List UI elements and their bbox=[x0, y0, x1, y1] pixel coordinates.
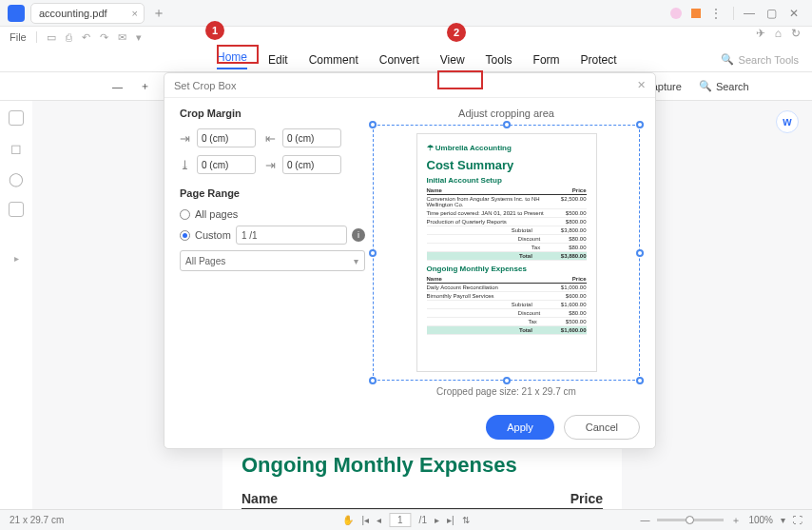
margin-top-icon: ⇥ bbox=[180, 131, 193, 146]
dropdown-icon[interactable]: ▾ bbox=[136, 31, 142, 44]
adjust-area-label: Adjust cropping area bbox=[373, 108, 640, 119]
left-sidebar: ◻ ◯ ▸ bbox=[0, 101, 32, 217]
maximize-button[interactable]: ▢ bbox=[766, 7, 780, 20]
zoom-in-button[interactable]: ＋ bbox=[136, 77, 154, 95]
search-button[interactable]: 🔍 Search bbox=[695, 78, 753, 94]
tab-filename: accounting.pdf bbox=[39, 8, 107, 19]
zoom-slider[interactable] bbox=[657, 519, 724, 521]
zoom-dropdown-icon[interactable]: ▾ bbox=[781, 515, 785, 525]
callout-1: 1 bbox=[205, 21, 224, 40]
menu-edit[interactable]: Edit bbox=[268, 53, 288, 67]
preview-page: ☂ Umbrella Accounting Cost Summary Initi… bbox=[416, 133, 597, 372]
save-icon[interactable]: ▭ bbox=[47, 31, 56, 44]
undo-icon[interactable]: ↶ bbox=[82, 31, 90, 44]
file-menu[interactable]: File bbox=[10, 31, 27, 43]
word-float-icon[interactable]: w bbox=[776, 110, 799, 133]
titlebar: accounting.pdf × ＋ ⋮ — ▢ ✕ bbox=[0, 0, 812, 27]
next-page-icon[interactable]: ▸ bbox=[435, 515, 439, 525]
bookmark-icon[interactable]: ◻ bbox=[10, 141, 22, 156]
margin-top-input[interactable]: 0 (cm) bbox=[197, 128, 256, 147]
menu-home[interactable]: Home bbox=[217, 50, 247, 69]
crop-handle-tl[interactable] bbox=[369, 121, 377, 128]
crop-handle-tr[interactable] bbox=[636, 121, 644, 128]
close-tab-icon[interactable]: × bbox=[132, 8, 138, 19]
sync-icon[interactable]: ↻ bbox=[791, 27, 801, 40]
cropped-size-label: Cropped page size: 21 x 29.7 cm bbox=[373, 386, 640, 397]
preview-title: Cost Summary bbox=[427, 158, 587, 172]
page-range-heading: Page Range bbox=[180, 187, 365, 199]
profile-icon[interactable] bbox=[670, 8, 682, 19]
notification-icon[interactable] bbox=[691, 9, 701, 18]
custom-range-input[interactable]: 1 /1 bbox=[236, 226, 347, 245]
margin-bottom-input[interactable]: 0 (cm) bbox=[197, 155, 256, 174]
margin-right-icon: ⇥ bbox=[265, 158, 279, 172]
pages-select[interactable]: All Pages bbox=[180, 250, 365, 271]
margin-left-icon: ⇤ bbox=[265, 131, 279, 146]
minimize-button[interactable]: — bbox=[744, 7, 757, 20]
comment-panel-icon[interactable]: ◯ bbox=[9, 171, 24, 186]
apply-button[interactable]: Apply bbox=[486, 415, 554, 440]
new-tab-button[interactable]: ＋ bbox=[152, 5, 165, 22]
prev-page-icon[interactable]: ◂ bbox=[377, 515, 381, 525]
menu-bar: Home Edit Comment Convert View Tools For… bbox=[0, 48, 812, 72]
callout-2: 2 bbox=[447, 23, 466, 42]
search-icon: 🔍 bbox=[721, 53, 734, 66]
page-number-input[interactable]: 1 bbox=[389, 513, 412, 527]
zoom-value: 100% bbox=[748, 515, 773, 525]
margin-left-input[interactable]: 0 (cm) bbox=[282, 128, 341, 147]
menu-comment[interactable]: Comment bbox=[309, 53, 358, 67]
menu-form[interactable]: Form bbox=[533, 53, 560, 67]
hand-nav-icon[interactable]: ✋ bbox=[342, 515, 354, 525]
mail-icon[interactable]: ✉ bbox=[118, 31, 126, 44]
status-bar: 21 x 29.7 cm ✋ |◂ ◂ 1 /1 ▸ ▸| ⇅ — ＋ 100%… bbox=[0, 509, 812, 530]
attachments-icon[interactable] bbox=[9, 202, 24, 217]
zoom-out-button[interactable]: — bbox=[108, 79, 126, 94]
fit-page-icon[interactable]: ⛶ bbox=[793, 515, 802, 525]
zoom-out-status[interactable]: — bbox=[640, 515, 649, 525]
margin-bottom-icon: ⤓ bbox=[180, 158, 193, 172]
cloud-icon[interactable]: ⌂ bbox=[775, 27, 782, 40]
search-tools[interactable]: 🔍 Search Tools bbox=[721, 53, 799, 66]
last-page-icon[interactable]: ▸| bbox=[447, 515, 454, 525]
crop-handle-bl[interactable] bbox=[369, 377, 377, 384]
thumbnails-icon[interactable] bbox=[9, 110, 24, 126]
menu-tools[interactable]: Tools bbox=[486, 53, 512, 67]
crop-frame[interactable]: ☂ Umbrella Accounting Cost Summary Initi… bbox=[373, 125, 640, 381]
scroll-mode-icon[interactable]: ⇅ bbox=[462, 515, 470, 525]
radio-all-pages[interactable]: All pages bbox=[180, 208, 365, 220]
menu-view[interactable]: View bbox=[440, 53, 465, 67]
cancel-button[interactable]: Cancel bbox=[564, 415, 640, 440]
crop-handle-bm[interactable] bbox=[503, 377, 511, 384]
first-page-icon[interactable]: |◂ bbox=[361, 515, 369, 525]
crop-handle-tm[interactable] bbox=[503, 121, 511, 128]
col-price: Price bbox=[570, 491, 603, 506]
preview-sec1: Initial Account Setup bbox=[427, 176, 587, 185]
send-icon[interactable]: ✈ bbox=[756, 27, 765, 40]
dialog-close-button[interactable]: ✕ bbox=[637, 79, 646, 91]
quick-access-bar: File ▭ ⎙ ↶ ↷ ✉ ▾ bbox=[0, 27, 812, 48]
page-heading: Ongoing Monthly Expenses bbox=[242, 453, 603, 478]
crop-margin-heading: Crop Margin bbox=[180, 108, 365, 119]
crop-handle-br[interactable] bbox=[636, 377, 644, 384]
crop-handle-ml[interactable] bbox=[369, 249, 377, 257]
margin-right-input[interactable]: 0 (cm) bbox=[282, 155, 341, 174]
page-total: /1 bbox=[419, 515, 427, 525]
document-tab[interactable]: accounting.pdf × bbox=[30, 3, 145, 24]
expand-sidebar-icon[interactable]: ▸ bbox=[14, 253, 19, 264]
preview-brand: ☂ Umbrella Accounting bbox=[427, 144, 587, 152]
app-icon bbox=[8, 5, 25, 22]
page-dims: 21 x 29.7 cm bbox=[10, 515, 64, 525]
dialog-title: Set Crop Box bbox=[174, 80, 236, 91]
crop-handle-mr[interactable] bbox=[636, 249, 644, 257]
zoom-in-status[interactable]: ＋ bbox=[731, 514, 741, 527]
more-icon[interactable]: ⋮ bbox=[710, 7, 724, 20]
print-icon[interactable]: ⎙ bbox=[66, 31, 72, 43]
crop-dialog: Set Crop Box ✕ Crop Margin ⇥0 (cm) ⇤0 (c… bbox=[164, 72, 656, 449]
info-icon[interactable]: i bbox=[352, 228, 365, 242]
redo-icon[interactable]: ↷ bbox=[100, 31, 108, 44]
radio-custom[interactable]: Custom 1 /1 i bbox=[180, 226, 365, 245]
preview-sec2: Ongoing Monthly Expenses bbox=[427, 265, 587, 273]
close-window-button[interactable]: ✕ bbox=[789, 7, 802, 20]
menu-protect[interactable]: Protect bbox=[581, 53, 617, 67]
menu-convert[interactable]: Convert bbox=[379, 53, 419, 67]
